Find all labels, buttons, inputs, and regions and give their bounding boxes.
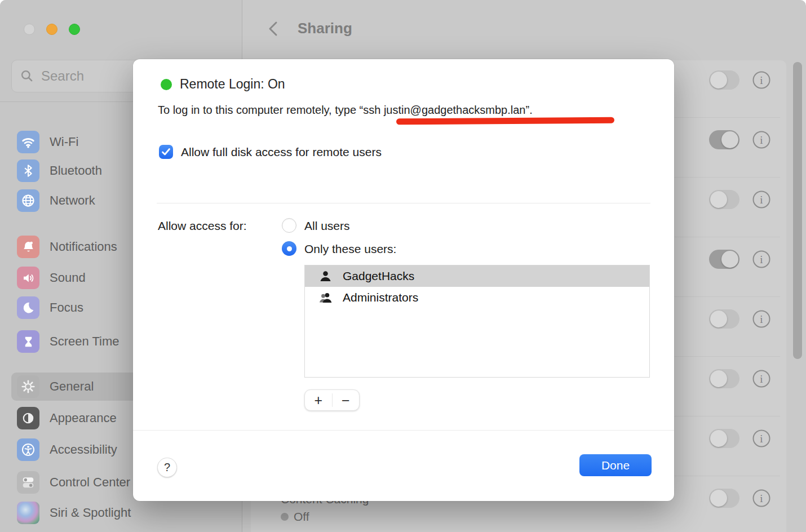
info-button[interactable]: i bbox=[752, 250, 771, 269]
svg-text:i: i bbox=[760, 373, 763, 385]
toggle-knob bbox=[721, 131, 738, 148]
siri-icon bbox=[17, 502, 39, 524]
user-list-item[interactable]: Administrators bbox=[305, 287, 649, 308]
service-toggle[interactable] bbox=[709, 70, 739, 90]
info-button[interactable]: i bbox=[752, 489, 771, 508]
section-divider bbox=[157, 203, 650, 203]
user-icon bbox=[318, 269, 333, 284]
toggle-knob bbox=[710, 191, 727, 208]
svg-text:i: i bbox=[760, 134, 763, 146]
checkmark-icon bbox=[161, 148, 171, 156]
dialog-title: Remote Login: On bbox=[180, 77, 285, 92]
traffic-lights bbox=[24, 24, 80, 35]
all-users-label: All users bbox=[304, 219, 350, 233]
close-window-button[interactable] bbox=[24, 24, 35, 35]
appearance-icon bbox=[17, 407, 39, 429]
back-button[interactable] bbox=[264, 19, 283, 38]
toggle-knob bbox=[710, 311, 727, 327]
search-icon bbox=[20, 69, 34, 83]
sidebar-item-label: Siri & Spotlight bbox=[50, 506, 131, 520]
sidebar-item-label: Bluetooth bbox=[50, 163, 102, 178]
user-name: Administrators bbox=[343, 291, 418, 304]
info-button[interactable]: i bbox=[752, 190, 771, 209]
screen: Search Wi-Fi Bluetooth Network bbox=[0, 0, 806, 532]
help-button[interactable]: ? bbox=[157, 458, 177, 477]
only-these-users-radio[interactable] bbox=[282, 241, 296, 256]
allow-access-for-label: Allow access for: bbox=[158, 219, 247, 233]
content-caching-status: Off bbox=[281, 510, 309, 524]
info-button[interactable]: i bbox=[752, 429, 771, 448]
info-button[interactable]: i bbox=[752, 309, 771, 329]
toggle-knob bbox=[710, 370, 727, 387]
gear-icon bbox=[17, 375, 39, 398]
user-list-item[interactable]: GadgetHacks bbox=[305, 265, 649, 287]
toggle-knob bbox=[710, 72, 727, 88]
full-disk-access-label: Allow full disk access for remote users bbox=[181, 145, 382, 159]
allowed-users-list: GadgetHacks Administrators bbox=[304, 265, 650, 378]
done-button[interactable]: Done bbox=[579, 454, 652, 476]
sidebar-item-label: Appearance bbox=[50, 411, 117, 425]
sidebar-item-label: Sound bbox=[50, 271, 86, 285]
svg-text:i: i bbox=[760, 254, 763, 265]
remove-user-button[interactable]: − bbox=[333, 390, 360, 410]
red-underline-annotation bbox=[396, 117, 614, 125]
service-toggle[interactable] bbox=[709, 429, 739, 448]
add-remove-control: + − bbox=[304, 389, 360, 411]
globe-icon bbox=[17, 189, 39, 212]
sidebar-item-label: General bbox=[50, 379, 94, 394]
svg-text:i: i bbox=[760, 313, 763, 325]
sidebar-item-label: Wi-Fi bbox=[50, 135, 78, 149]
svg-text:i: i bbox=[760, 433, 763, 445]
bell-icon bbox=[17, 236, 39, 258]
toggle-knob bbox=[721, 251, 738, 268]
accessibility-icon bbox=[17, 438, 39, 461]
wifi-icon bbox=[17, 131, 39, 153]
footer-divider bbox=[133, 430, 674, 431]
add-user-button[interactable]: + bbox=[305, 390, 332, 410]
search-placeholder: Search bbox=[41, 68, 84, 84]
speaker-icon bbox=[17, 267, 39, 289]
status-dot-icon bbox=[281, 513, 289, 521]
all-users-radio[interactable] bbox=[282, 218, 296, 233]
group-icon bbox=[318, 290, 333, 305]
service-toggle[interactable] bbox=[709, 190, 739, 209]
bluetooth-icon bbox=[17, 159, 39, 182]
sidebar-item-label: Network bbox=[50, 193, 95, 208]
info-button[interactable]: i bbox=[752, 130, 771, 149]
toggle-knob bbox=[710, 430, 727, 447]
sidebar-item-label: Control Center bbox=[50, 475, 130, 490]
svg-text:i: i bbox=[760, 194, 763, 206]
moon-icon bbox=[17, 296, 39, 319]
sidebar-item-label: Focus bbox=[50, 300, 83, 315]
hourglass-icon bbox=[17, 330, 39, 353]
zoom-window-button[interactable] bbox=[69, 24, 80, 35]
scrollbar[interactable] bbox=[793, 62, 802, 359]
svg-text:i: i bbox=[760, 493, 763, 504]
only-these-users-label: Only these users: bbox=[304, 242, 396, 256]
service-toggle[interactable] bbox=[709, 309, 739, 329]
user-name: GadgetHacks bbox=[343, 269, 414, 283]
service-toggle[interactable] bbox=[709, 369, 739, 388]
sidebar-item-label: Screen Time bbox=[50, 334, 119, 349]
toggle-knob bbox=[710, 490, 727, 507]
service-toggle[interactable] bbox=[709, 130, 739, 149]
sidebar-item-label: Accessibility bbox=[50, 442, 117, 457]
control-center-icon bbox=[17, 471, 39, 494]
system-settings-window: Search Wi-Fi Bluetooth Network bbox=[0, 0, 806, 532]
info-button[interactable]: i bbox=[752, 70, 771, 90]
chevron-left-icon bbox=[267, 20, 280, 37]
status-on-icon bbox=[161, 79, 172, 90]
minimize-window-button[interactable] bbox=[46, 24, 57, 35]
full-disk-access-checkbox[interactable] bbox=[159, 145, 173, 159]
sidebar-item-siri-spotlight[interactable]: Siri & Spotlight bbox=[11, 499, 232, 527]
sidebar-item-label: Notifications bbox=[50, 240, 117, 254]
svg-text:i: i bbox=[760, 74, 763, 86]
service-toggle[interactable] bbox=[709, 489, 739, 508]
dialog-description: To log in to this computer remotely, typ… bbox=[158, 104, 533, 117]
remote-login-dialog: Remote Login: On To log in to this compu… bbox=[133, 59, 674, 501]
info-button[interactable]: i bbox=[752, 369, 771, 388]
status-text: Off bbox=[294, 510, 309, 524]
page-title: Sharing bbox=[298, 20, 352, 37]
service-toggle[interactable] bbox=[709, 250, 739, 269]
